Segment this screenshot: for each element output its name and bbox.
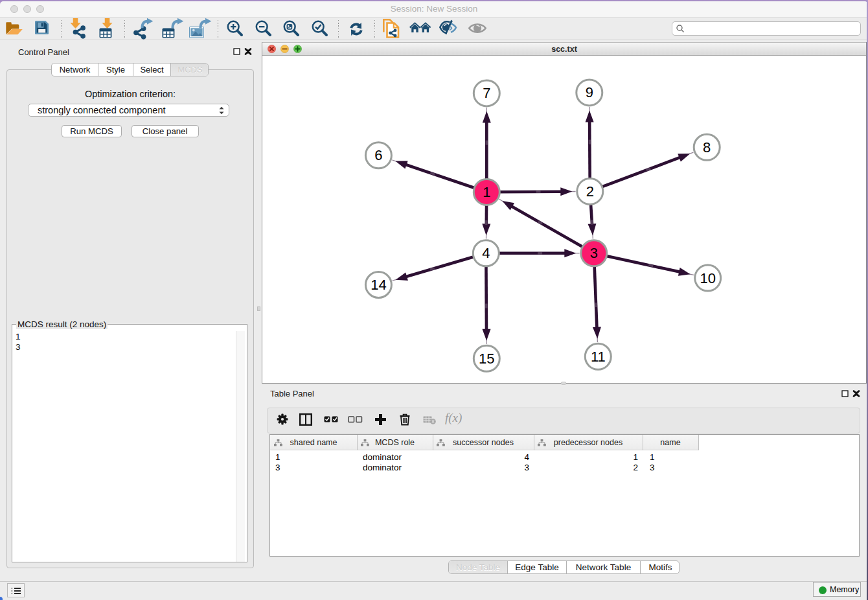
svg-text:11: 11 [591,349,606,365]
svg-text:6: 6 [374,147,382,163]
svg-text:9: 9 [586,84,593,100]
svg-text:7: 7 [483,85,490,101]
svg-text:3: 3 [590,245,598,261]
svg-text:15: 15 [479,351,494,367]
svg-text:10: 10 [700,270,715,286]
svg-text:14: 14 [371,277,386,293]
svg-text:4: 4 [482,245,490,261]
svg-text:8: 8 [703,139,711,156]
svg-text:2: 2 [586,183,594,200]
svg-text:1: 1 [483,184,490,200]
